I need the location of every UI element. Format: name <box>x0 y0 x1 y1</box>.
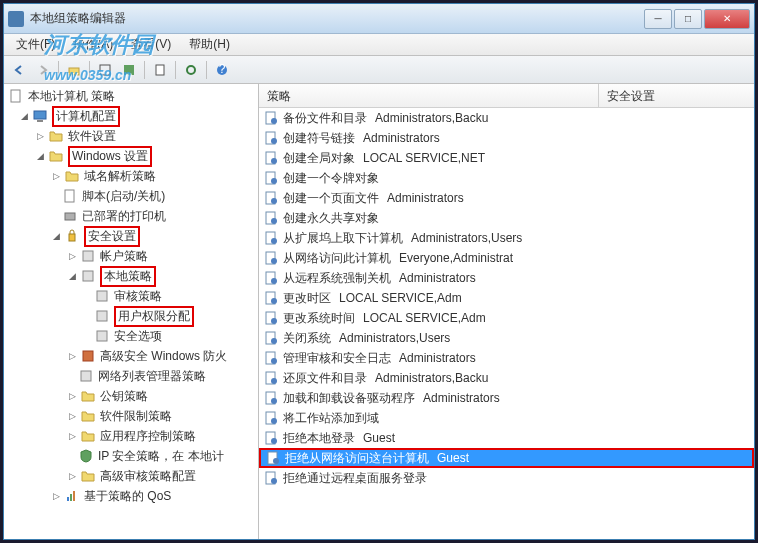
list-row[interactable]: 创建一个令牌对象 <box>259 168 754 188</box>
tree-windows-settings[interactable]: ◢ Windows 设置 <box>4 146 258 166</box>
tree-security-settings[interactable]: ◢ 安全设置 <box>4 226 258 246</box>
svg-rect-17 <box>97 331 107 341</box>
collapse-icon[interactable]: ◢ <box>66 270 78 282</box>
column-policy[interactable]: 策略 <box>259 84 599 107</box>
toolbar-separator <box>144 61 145 79</box>
tree-panel[interactable]: 本地计算机 策略 ◢ 计算机配置 ▷ 软件设置 ◢ Windows 设置 ▷ 域… <box>4 84 259 539</box>
collapse-icon[interactable]: ◢ <box>34 150 46 162</box>
expand-icon[interactable]: ▷ <box>66 410 78 422</box>
tree-audit-policy[interactable]: 审核策略 <box>4 286 258 306</box>
list-row[interactable]: 创建一个页面文件 Administrators <box>259 188 754 208</box>
menu-file[interactable]: 文件(F) <box>8 34 63 55</box>
menu-help[interactable]: 帮助(H) <box>181 34 238 55</box>
tree-account-policy[interactable]: ▷ 帐户策略 <box>4 246 258 266</box>
list-row[interactable]: 从远程系统强制关机 Administrators <box>259 268 754 288</box>
app-icon <box>8 11 24 27</box>
folder-icon <box>64 168 80 184</box>
svg-point-4 <box>187 66 195 74</box>
policy-item-icon <box>263 390 279 406</box>
svg-point-50 <box>271 378 277 384</box>
folder-icon <box>48 128 64 144</box>
up-button[interactable] <box>63 59 85 81</box>
list-row[interactable]: 拒绝从网络访问这台计算机 Guest <box>259 448 754 468</box>
expand-icon[interactable]: ▷ <box>34 130 46 142</box>
tree-advanced-security[interactable]: ▷ 高级安全 Windows 防火 <box>4 346 258 366</box>
filter-button[interactable] <box>118 59 140 81</box>
list-row[interactable]: 更改系统时间 LOCAL SERVICE,Adm <box>259 308 754 328</box>
tree-advanced-audit[interactable]: ▷ 高级审核策略配置 <box>4 466 258 486</box>
list-row[interactable]: 管理审核和安全日志 Administrators <box>259 348 754 368</box>
expand-icon[interactable]: ▷ <box>66 350 78 362</box>
tree-local-policy[interactable]: ◢ 本地策略 <box>4 266 258 286</box>
security-setting: Administrators <box>355 131 754 145</box>
tree-label: 脚本(启动/关机) <box>82 188 165 205</box>
tree-dns-policy[interactable]: ▷ 域名解析策略 <box>4 166 258 186</box>
list-row[interactable]: 拒绝本地登录 Guest <box>259 428 754 448</box>
tree-app-control[interactable]: ▷ 应用程序控制策略 <box>4 426 258 446</box>
action-button[interactable] <box>94 59 116 81</box>
svg-point-30 <box>271 178 277 184</box>
list-row[interactable]: 更改时区 LOCAL SERVICE,Adm <box>259 288 754 308</box>
list-row[interactable]: 备份文件和目录 Administrators,Backu <box>259 108 754 128</box>
refresh-button[interactable] <box>180 59 202 81</box>
tree-software-settings[interactable]: ▷ 软件设置 <box>4 126 258 146</box>
tree-label: 应用程序控制策略 <box>100 428 196 445</box>
list-row[interactable]: 还原文件和目录 Administrators,Backu <box>259 368 754 388</box>
chart-icon <box>64 488 80 504</box>
tree-ip-security[interactable]: IP 安全策略，在 本地计 <box>4 446 258 466</box>
tree-label: 用户权限分配 <box>114 306 194 327</box>
expand-icon[interactable]: ▷ <box>50 170 62 182</box>
export-button[interactable] <box>149 59 171 81</box>
policy-item-icon <box>263 430 279 446</box>
expand-icon[interactable]: ▷ <box>50 490 62 502</box>
tree-policy-qos[interactable]: ▷ 基于策略的 QoS <box>4 486 258 506</box>
list-row[interactable]: 加载和卸载设备驱动程序 Administrators <box>259 388 754 408</box>
tree-label: 安全选项 <box>114 328 162 345</box>
list-row[interactable]: 从扩展坞上取下计算机 Administrators,Users <box>259 228 754 248</box>
list-row[interactable]: 关闭系统 Administrators,Users <box>259 328 754 348</box>
policy-icon <box>80 248 96 264</box>
security-setting: Administrators,Backu <box>367 371 754 385</box>
list-row[interactable]: 拒绝通过远程桌面服务登录 <box>259 468 754 488</box>
list-row[interactable]: 创建全局对象 LOCAL SERVICE,NET <box>259 148 754 168</box>
menu-view[interactable]: 查看(V) <box>123 34 179 55</box>
list-row[interactable]: 创建符号链接 Administrators <box>259 128 754 148</box>
expand-icon[interactable]: ▷ <box>66 390 78 402</box>
list-row[interactable]: 从网络访问此计算机 Everyone,Administrat <box>259 248 754 268</box>
policy-item-icon <box>263 270 279 286</box>
tree-security-options[interactable]: 安全选项 <box>4 326 258 346</box>
tree-user-rights[interactable]: 用户权限分配 <box>4 306 258 326</box>
list-header: 策略 安全设置 <box>259 84 754 108</box>
policy-item-icon <box>263 290 279 306</box>
policy-item-icon <box>263 210 279 226</box>
back-button[interactable] <box>8 59 30 81</box>
tree-root[interactable]: 本地计算机 策略 <box>4 86 258 106</box>
list-row[interactable]: 创建永久共享对象 <box>259 208 754 228</box>
tree-public-key[interactable]: ▷ 公钥策略 <box>4 386 258 406</box>
tree-deployed-printers[interactable]: 已部署的打印机 <box>4 206 258 226</box>
svg-rect-10 <box>65 190 74 202</box>
collapse-icon[interactable]: ◢ <box>18 110 30 122</box>
svg-point-46 <box>271 338 277 344</box>
help-button[interactable]: ? <box>211 59 233 81</box>
close-button[interactable]: ✕ <box>704 9 750 29</box>
tree-computer-config[interactable]: ◢ 计算机配置 <box>4 106 258 126</box>
expand-icon[interactable]: ▷ <box>66 250 78 262</box>
minimize-button[interactable]: ─ <box>644 9 672 29</box>
tree-software-restriction[interactable]: ▷ 软件限制策略 <box>4 406 258 426</box>
list-body[interactable]: 备份文件和目录 Administrators,Backu 创建符号链接 Admi… <box>259 108 754 539</box>
column-security[interactable]: 安全设置 <box>599 84 754 107</box>
tree-scripts[interactable]: 脚本(启动/关机) <box>4 186 258 206</box>
expand-icon[interactable]: ▷ <box>66 430 78 442</box>
svg-rect-1 <box>100 65 110 75</box>
forward-button[interactable] <box>32 59 54 81</box>
list-row[interactable]: 将工作站添加到域 <box>259 408 754 428</box>
tree-network-list[interactable]: 网络列表管理器策略 <box>4 366 258 386</box>
menu-action[interactable]: 操作(A) <box>65 34 121 55</box>
collapse-icon[interactable]: ◢ <box>50 230 62 242</box>
svg-point-28 <box>271 158 277 164</box>
policy-item-icon <box>263 370 279 386</box>
maximize-button[interactable]: □ <box>674 9 702 29</box>
security-setting: Administrators,Users <box>403 231 754 245</box>
expand-icon[interactable]: ▷ <box>66 470 78 482</box>
